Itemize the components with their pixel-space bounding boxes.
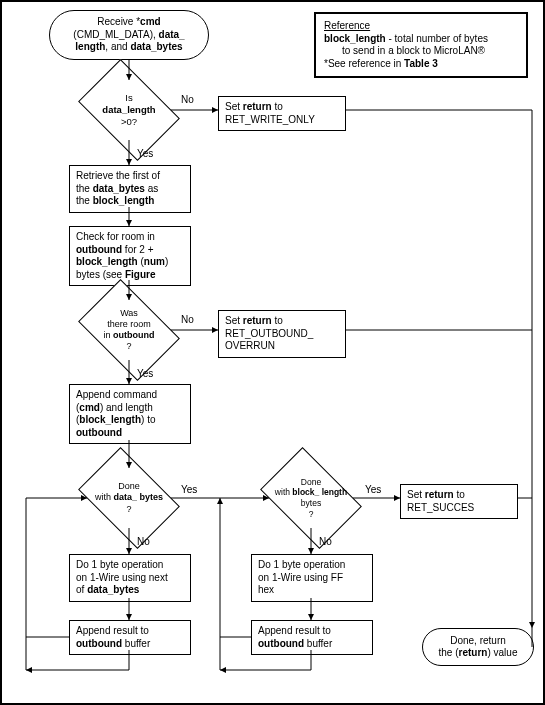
p4-l3: of — [76, 584, 87, 595]
ro-val: RET_OUTBOUND_ OVERRUN — [225, 328, 313, 352]
end-v: return — [459, 647, 488, 658]
p5-v: outbound — [76, 638, 122, 649]
start-t2: (CMD_ML_DATA), — [73, 29, 158, 40]
d1-post: >0? — [121, 116, 137, 127]
decision-room: Was there room in outbound ? — [87, 300, 171, 360]
d2-yes: Yes — [137, 368, 153, 381]
d1-no: No — [181, 94, 194, 107]
do-byte-data-bytes: Do 1 byte operation on 1-Wire using next… — [69, 554, 191, 602]
d4-l1: Done — [301, 477, 321, 487]
d4-l4: ? — [309, 509, 314, 519]
p6-l1: Do 1 byte operation — [258, 559, 345, 570]
append-result-left: Append result to outbound buffer — [69, 620, 191, 655]
ro-ret: return — [243, 315, 272, 326]
d4-v: block_ length — [292, 487, 347, 497]
p3-v2: block_length — [79, 414, 141, 425]
start-dl: data_ — [159, 29, 185, 40]
d3-l3: ? — [126, 504, 131, 514]
p2-l4: ) — [165, 256, 168, 267]
p2-v3: num — [144, 256, 165, 267]
p4-l2: on 1-Wire using next — [76, 572, 168, 583]
decision-data-bytes-done: Done with data_ bytes ? — [87, 468, 171, 528]
append-result-right: Append result to outbound buffer — [251, 620, 373, 655]
end-l3: ) value — [487, 647, 517, 658]
p4-v: data_bytes — [87, 584, 139, 595]
start-node: Receive *cmd (CMD_ML_DATA), data_ length… — [49, 10, 209, 60]
p3-v3: outbound — [76, 427, 122, 438]
p3-v1: cmd — [79, 402, 100, 413]
do-byte-ff: Do 1 byte operation on 1-Wire using FF h… — [251, 554, 373, 602]
d4-l3: bytes — [301, 498, 321, 508]
rw-post: to — [272, 101, 283, 112]
p6-l3: hex — [258, 584, 274, 595]
d2-l1: Was — [120, 308, 138, 318]
p2-v1: outbound — [76, 244, 122, 255]
p5-l1: Append result to — [76, 625, 149, 636]
p7-l1: Append result to — [258, 625, 331, 636]
p1-l4: the — [76, 195, 93, 206]
d3-no: No — [137, 536, 150, 549]
ret-outbound-overrun: Set return to RET_OUTBOUND_ OVERRUN — [218, 310, 346, 358]
d2-l2: there room — [107, 319, 151, 329]
p2-l5: bytes (see — [76, 269, 125, 280]
d1-var: data_length — [102, 104, 155, 115]
d2-l3: in — [104, 330, 114, 340]
start-cmd: cmd — [140, 16, 161, 27]
start-dl2: length — [75, 41, 105, 52]
ret-write-only: Set return to RET_WRITE_ONLY — [218, 96, 346, 131]
end-node: Done, return the (return) value — [422, 628, 534, 666]
decision-block-length-done: Done with block_ length bytes ? — [269, 468, 353, 528]
d4-no: No — [319, 536, 332, 549]
d3-v: data_ bytes — [113, 492, 163, 502]
reference-text-2: to send in a block to MicroLAN® — [324, 45, 485, 58]
d2-v: outbound — [113, 330, 154, 340]
d2-no: No — [181, 314, 194, 327]
d4-l2: with — [275, 487, 292, 497]
decision-data-length: Is data_length >0? — [87, 80, 171, 140]
flowchart-frame: Reference block_length - total number of… — [0, 0, 545, 705]
d4-yes: Yes — [365, 484, 381, 497]
p4-l1: Do 1 byte operation — [76, 559, 163, 570]
rw-pre: Set — [225, 101, 243, 112]
p1-l2: the — [76, 183, 93, 194]
end-l1: Done, return — [450, 635, 506, 646]
p1-l1: Retrieve the first of — [76, 170, 160, 181]
p3-l5: ) to — [141, 414, 155, 425]
p1-v1: data_bytes — [93, 183, 145, 194]
rs-ret: return — [425, 489, 454, 500]
p7-l2: buffer — [304, 638, 332, 649]
p7-v: outbound — [258, 638, 304, 649]
d1-pre: Is — [125, 92, 132, 103]
p5-l2: buffer — [122, 638, 150, 649]
ret-success: Set return to RET_SUCCES — [400, 484, 518, 519]
rs-pre: Set — [407, 489, 425, 500]
p2-v2: block_length — [76, 256, 138, 267]
p1-v2: block_length — [93, 195, 155, 206]
rs-post: to — [454, 489, 465, 500]
reference-box: Reference block_length - total number of… — [314, 12, 528, 78]
d3-yes: Yes — [181, 484, 197, 497]
rw-val: RET_WRITE_ONLY — [225, 114, 315, 125]
reference-table: Table 3 — [404, 58, 438, 69]
end-l2: the ( — [439, 647, 459, 658]
p1-l3: as — [145, 183, 158, 194]
check-room: Check for room in outbound for 2 + block… — [69, 226, 191, 286]
rw-ret: return — [243, 101, 272, 112]
reference-text-1: - total number of bytes — [386, 33, 488, 44]
start-t1: Receive * — [97, 16, 140, 27]
d1-yes: Yes — [137, 148, 153, 161]
append-command: Append command (cmd) and length (block_l… — [69, 384, 191, 444]
reference-var: block_length — [324, 33, 386, 44]
rs-val: RET_SUCCES — [407, 502, 474, 513]
ro-post: to — [272, 315, 283, 326]
start-t3: , and — [105, 41, 130, 52]
p3-l3: ) and length — [100, 402, 153, 413]
p2-l1: Check for room in — [76, 231, 155, 242]
d3-l1: Done — [118, 481, 140, 491]
p2-l2: for 2 + — [122, 244, 153, 255]
d2-l4: ? — [126, 341, 131, 351]
reference-text-3: *See reference in — [324, 58, 404, 69]
reference-title: Reference — [324, 20, 370, 31]
p6-l2: on 1-Wire using FF — [258, 572, 343, 583]
retrieve-block-length: Retrieve the first of the data_bytes as … — [69, 165, 191, 213]
